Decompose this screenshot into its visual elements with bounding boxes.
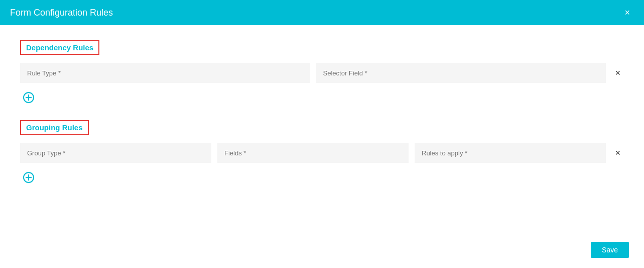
modal-container: Form Configuration Rules × Dependency Ru… xyxy=(0,0,644,268)
grouping-rules-row: ✕ xyxy=(20,143,624,163)
rules-to-apply-input[interactable] xyxy=(415,143,606,163)
dependency-rules-row: ✕ xyxy=(20,63,624,83)
dependency-rules-section: Dependency Rules ✕ xyxy=(20,40,624,105)
dependency-add-button[interactable] xyxy=(21,90,36,105)
close-button[interactable]: × xyxy=(620,6,634,19)
fields-input[interactable] xyxy=(217,143,409,163)
group-type-input[interactable] xyxy=(20,143,211,163)
dependency-rules-title: Dependency Rules xyxy=(20,40,99,55)
plus-circle-icon xyxy=(23,92,34,103)
modal-header: Form Configuration Rules × xyxy=(0,0,644,25)
plus-circle-icon-2 xyxy=(23,172,34,183)
selector-field-input[interactable] xyxy=(316,63,606,83)
save-button[interactable]: Save xyxy=(591,242,629,258)
dependency-row-remove-button[interactable]: ✕ xyxy=(612,67,624,79)
rule-type-input[interactable] xyxy=(20,63,310,83)
grouping-rules-title: Grouping Rules xyxy=(20,120,89,135)
grouping-add-button[interactable] xyxy=(21,170,36,185)
modal-title: Form Configuration Rules xyxy=(10,8,113,18)
modal-body: Dependency Rules ✕ Grouping Rules xyxy=(0,25,644,268)
grouping-rules-section: Grouping Rules ✕ xyxy=(20,120,624,185)
grouping-row-remove-button[interactable]: ✕ xyxy=(612,147,624,159)
